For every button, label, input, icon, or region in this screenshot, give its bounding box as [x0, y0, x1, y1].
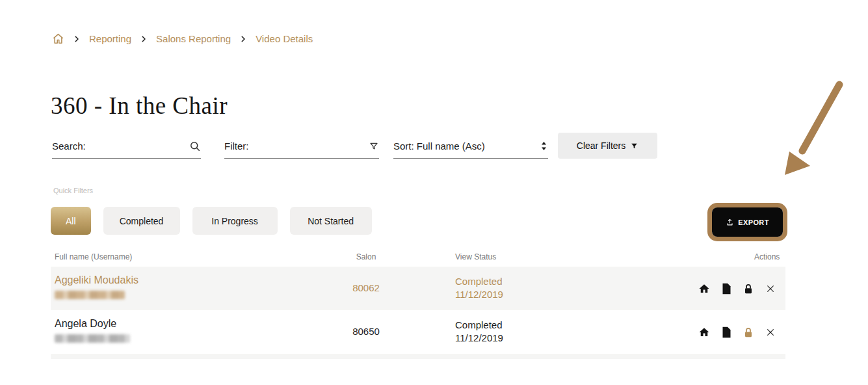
salon-number[interactable]: 80650: [347, 326, 386, 337]
chevron-right-icon: [140, 35, 148, 43]
salon-number[interactable]: 80062: [347, 282, 386, 293]
table-row: Aggeliki Moudakis 80062 Completed 11/12/…: [51, 267, 785, 310]
user-full-name: Aggeliki Moudakis: [55, 274, 138, 286]
view-status-text: Completed: [455, 319, 503, 332]
view-status-date: 11/12/2019: [455, 288, 503, 301]
username-redacted-blur: [55, 291, 125, 299]
home-action-icon[interactable]: [698, 326, 711, 339]
salons-reporting-page: Reporting Salons Reporting Video Details…: [0, 0, 868, 385]
upload-icon: [726, 218, 734, 226]
filter-input[interactable]: [253, 140, 369, 152]
column-header-salon: Salon: [347, 252, 386, 261]
export-label: EXPORT: [738, 219, 769, 226]
quick-filters-label: Quick Filters: [53, 187, 93, 194]
filter-field[interactable]: Filter:: [224, 134, 379, 159]
export-button[interactable]: EXPORT: [712, 207, 783, 237]
sort-select[interactable]: Sort: Full name (Asc): [393, 134, 548, 159]
sort-icon: [540, 140, 548, 152]
filter-label: Filter:: [224, 140, 249, 152]
row-actions: [698, 326, 777, 339]
view-status-date: 11/12/2019: [455, 332, 503, 345]
view-status: Completed 11/12/2019: [455, 319, 503, 345]
close-action-icon[interactable]: [764, 282, 777, 295]
export-highlight-ring: EXPORT: [707, 203, 787, 241]
row-actions: [698, 282, 777, 295]
page-title: 360 - In the Chair: [51, 92, 228, 120]
breadcrumb-item-video-details[interactable]: Video Details: [256, 33, 313, 44]
close-action-icon[interactable]: [764, 326, 777, 339]
filter-funnel-icon: [369, 141, 379, 152]
column-header-actions: Actions: [754, 252, 780, 261]
user-full-name: Angela Doyle: [55, 318, 116, 330]
next-row-edge: [51, 354, 785, 359]
sort-label: Sort: Full name (Asc): [393, 140, 485, 152]
username-redacted-blur: [55, 334, 130, 343]
clear-filters-button[interactable]: Clear Filters: [558, 133, 657, 159]
chevron-right-icon: [239, 35, 247, 43]
document-action-icon[interactable]: [720, 282, 733, 295]
search-label: Search:: [52, 140, 86, 152]
quick-filter-completed[interactable]: Completed: [103, 207, 180, 235]
lock-action-icon[interactable]: [742, 282, 755, 295]
search-field[interactable]: Search:: [52, 134, 201, 159]
chevron-right-icon: [73, 35, 81, 43]
quick-filter-not-started[interactable]: Not Started: [290, 207, 372, 235]
column-header-view-status: View Status: [455, 252, 496, 261]
quick-filter-in-progress[interactable]: In Progress: [192, 207, 278, 235]
home-action-icon[interactable]: [698, 282, 711, 295]
annotation-arrow: [774, 73, 855, 187]
lock-action-icon[interactable]: [742, 326, 755, 339]
document-action-icon[interactable]: [720, 326, 733, 339]
quick-filter-all[interactable]: All: [51, 207, 91, 235]
search-icon: [189, 140, 201, 152]
column-header-full-name: Full name (Username): [55, 252, 132, 261]
clear-filters-label: Clear Filters: [577, 140, 625, 151]
view-status: Completed 11/12/2019: [455, 275, 503, 301]
search-input[interactable]: [90, 140, 189, 152]
breadcrumb: Reporting Salons Reporting Video Details: [52, 33, 313, 45]
quick-filters-group: All Completed In Progress Not Started: [51, 207, 372, 235]
home-icon[interactable]: [52, 33, 64, 45]
view-status-text: Completed: [455, 275, 503, 288]
table-row: Angela Doyle 80650 Completed 11/12/2019: [51, 310, 785, 354]
breadcrumb-item-reporting[interactable]: Reporting: [89, 33, 131, 44]
breadcrumb-item-salons-reporting[interactable]: Salons Reporting: [156, 33, 231, 44]
funnel-filled-icon: [630, 142, 638, 150]
